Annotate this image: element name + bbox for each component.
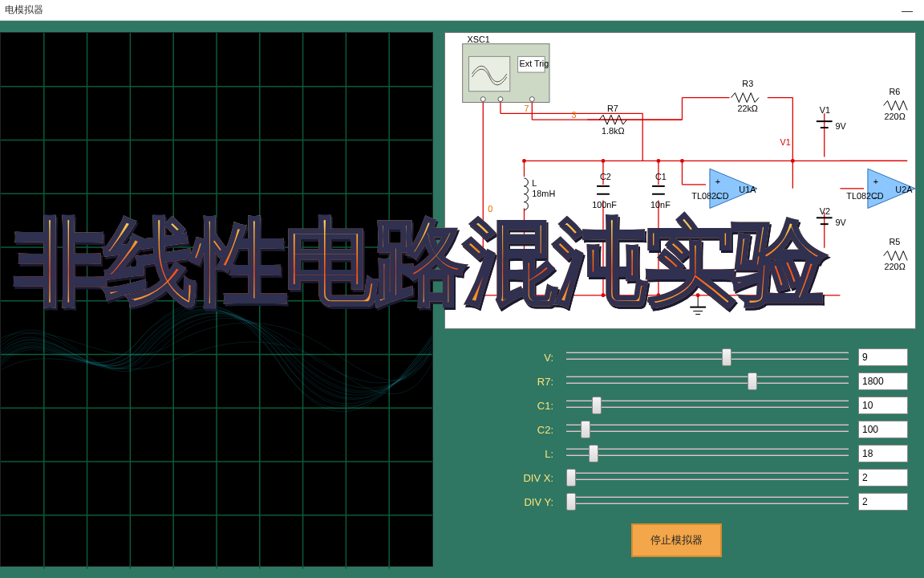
control-row-1: R7:1800 <box>444 369 908 393</box>
svg-text:+: + <box>873 177 878 186</box>
r7-refdes: R7 <box>607 104 618 113</box>
svg-point-70 <box>680 159 684 163</box>
control-value-input[interactable]: 10 <box>858 397 908 414</box>
svg-point-75 <box>481 293 485 297</box>
control-row-5: DIV X:2 <box>444 466 908 490</box>
net-label-3: 3 <box>572 110 577 120</box>
svg-point-71 <box>522 293 526 297</box>
svg-point-23 <box>529 97 534 102</box>
svg-point-76 <box>791 159 795 163</box>
control-slider[interactable] <box>563 372 852 391</box>
svg-point-22 <box>498 97 503 102</box>
control-label: R7: <box>444 376 557 388</box>
u2a-part: TL082CD <box>846 191 884 201</box>
control-row-4: L:18 <box>444 442 908 466</box>
u2a-refdes: U2A <box>895 185 913 194</box>
c1-refdes: C1 <box>655 172 667 181</box>
net-label-v1: V1 <box>780 137 791 147</box>
window-minimize-icon[interactable]: — <box>895 4 919 17</box>
control-slider[interactable] <box>563 444 852 463</box>
control-label: L: <box>444 448 557 460</box>
c1-value: 10nF <box>650 200 671 210</box>
control-label: DIV X: <box>444 472 557 484</box>
svg-point-67 <box>522 159 526 163</box>
svg-point-74 <box>696 293 700 297</box>
control-value-input[interactable]: 18 <box>858 445 908 462</box>
r6-refdes: R6 <box>889 87 900 96</box>
control-row-2: C1:10 <box>444 393 908 417</box>
svg-point-69 <box>656 159 660 163</box>
window-title: 电模拟器 <box>5 3 43 17</box>
control-row-6: DIV Y:2 <box>444 490 908 514</box>
workspace: Ext Trig XSC1 <box>0 21 924 578</box>
schematic-scope-ext-trig: Ext Trig <box>520 59 549 68</box>
v2-value: 9V <box>836 218 847 227</box>
control-slider[interactable] <box>563 492 852 511</box>
scope-grid <box>1 33 432 569</box>
control-row-0: V:9 <box>444 345 908 369</box>
window-titlebar: 电模拟器 — <box>0 0 924 21</box>
control-slider[interactable] <box>563 420 852 439</box>
svg-point-68 <box>602 159 606 163</box>
r3-refdes: R3 <box>742 79 753 88</box>
control-value-input[interactable]: 2 <box>858 469 908 486</box>
svg-point-73 <box>656 293 660 297</box>
r7-value: 1.8kΩ <box>602 126 625 136</box>
net-label-7: 7 <box>524 104 529 113</box>
control-slider[interactable] <box>563 348 852 367</box>
control-label: V: <box>444 352 557 364</box>
control-value-input[interactable]: 1800 <box>858 372 908 390</box>
controls-panel: V:9R7:1800C1:10C2:100L:18DIV X:2DIV Y:2 … <box>444 340 916 567</box>
schematic-scope-refdes: XSC1 <box>468 35 490 44</box>
svg-point-21 <box>480 97 485 102</box>
control-label: C1: <box>444 400 557 412</box>
control-slider[interactable] <box>563 396 852 415</box>
control-slider[interactable] <box>563 468 852 487</box>
c2-value: 100nF <box>592 200 617 210</box>
l-refdes: L <box>532 178 537 188</box>
control-label: DIV Y: <box>444 496 557 508</box>
control-value-input[interactable]: 9 <box>858 348 908 366</box>
c2-refdes: C2 <box>600 172 611 181</box>
r3-value: 22kΩ <box>737 104 758 113</box>
right-column: Ext Trig XSC1 <box>444 32 916 567</box>
control-row-3: C2:100 <box>444 417 908 442</box>
r5-refdes: R5 <box>889 237 900 246</box>
u1a-part: TL082CD <box>691 191 729 201</box>
control-label: C2: <box>444 424 557 436</box>
v1-refdes: V1 <box>820 105 830 115</box>
oscilloscope-display <box>0 32 433 567</box>
r6-value: 220Ω <box>885 112 906 121</box>
control-value-input[interactable]: 2 <box>858 493 908 511</box>
stop-simulator-button[interactable]: 停止模拟器 <box>631 523 722 557</box>
v2-refdes: V2 <box>820 206 830 216</box>
net-label-0: 0 <box>488 204 492 214</box>
u1a-refdes: U1A <box>739 185 756 194</box>
control-value-input[interactable]: 100 <box>858 421 908 438</box>
r5-value: 220Ω <box>885 262 906 271</box>
v1-value: 9V <box>836 121 847 131</box>
svg-point-72 <box>602 293 606 297</box>
l-value: 18mH <box>532 189 555 198</box>
circuit-schematic: Ext Trig XSC1 <box>444 32 916 329</box>
svg-text:+: + <box>715 177 720 186</box>
